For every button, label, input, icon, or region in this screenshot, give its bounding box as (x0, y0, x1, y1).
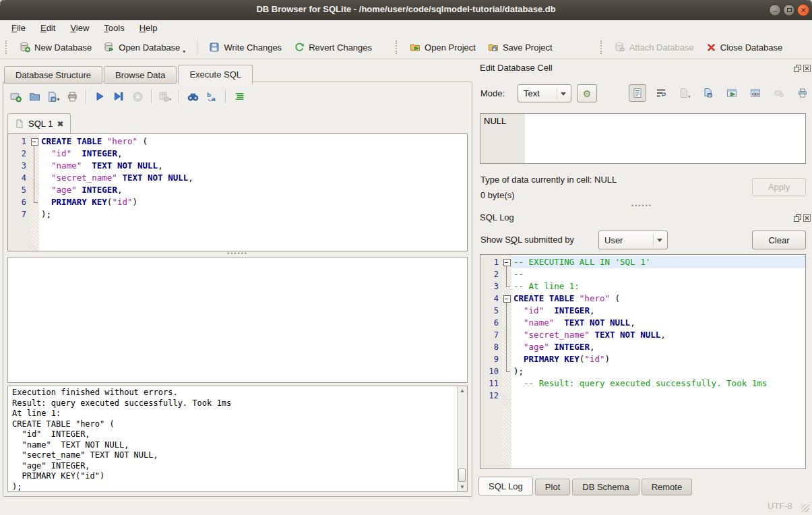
sql-editor[interactable]: 1CREATE TABLE "hero" (2 "id" INTEGER,3 "… (7, 133, 468, 251)
auto-apply-button[interactable]: ⚙ (577, 84, 597, 102)
stop-execution-icon[interactable] (129, 88, 146, 104)
splitter-handle[interactable]: •••••• (3, 252, 472, 255)
execute-current-line-icon[interactable] (111, 88, 127, 104)
clear-log-button[interactable]: Clear (752, 231, 806, 249)
write-changes-button[interactable]: Write Changes (203, 38, 288, 57)
scroll-up-icon[interactable]: ▲ (458, 388, 467, 394)
text-view-icon[interactable] (629, 84, 646, 102)
word-wrap-icon[interactable] (652, 84, 670, 102)
execution-status-log[interactable]: Execution finished without errors.Result… (7, 386, 468, 492)
sql-log-filter-label: Show SQL submitted by (480, 235, 574, 245)
dock-tab-bar: SQL Log Plot DB Schema Remote (478, 477, 694, 495)
cell-mode-select[interactable]: Text (518, 84, 571, 102)
menu-item-tools[interactable]: Tools (98, 22, 130, 34)
query-results-pane[interactable] (7, 257, 468, 383)
close-sql-tab-icon[interactable]: ✖ (57, 119, 63, 129)
apply-button[interactable]: Apply (752, 178, 806, 196)
tab-browse-data[interactable]: Browse Data (104, 66, 177, 84)
export-cell-data-icon[interactable] (699, 84, 717, 102)
titlebar[interactable]: DB Browser for SQLite - /home/user/code/… (0, 0, 812, 20)
toolbar-grip[interactable] (600, 40, 603, 54)
open-database-button[interactable]: Open Database ▾ (98, 38, 191, 57)
sql-editor-toolbar: ▾ ▾ ba (7, 87, 247, 106)
mode-label: Mode: (480, 88, 505, 98)
close-database-button[interactable]: Close Database (700, 38, 789, 57)
cell-type-info: Type of data currently in cell: NULL (480, 175, 617, 185)
save-results-icon[interactable]: ▾ (157, 88, 173, 104)
menu-item-file[interactable]: File (5, 22, 32, 34)
print-cell-icon[interactable] (794, 84, 811, 102)
sql-log-filter-value: User (604, 235, 623, 245)
cell-value: NULL (484, 116, 506, 126)
dock-tab-remote[interactable]: Remote (642, 479, 693, 495)
save-project-button[interactable]: Save Project (482, 38, 559, 57)
link-icon[interactable] (747, 84, 764, 102)
set-null-icon[interactable] (770, 84, 788, 102)
toolbar-separator (197, 40, 197, 55)
execution-status-text: Execution finished without errors.Result… (8, 388, 456, 492)
svg-text:b: b (207, 91, 211, 98)
revert-changes-button[interactable]: Revert Changes (288, 38, 378, 57)
sql-log-filter-select[interactable]: User (598, 231, 668, 249)
open-project-button[interactable]: Open Project (404, 38, 482, 57)
toolbar-grip[interactable] (5, 40, 8, 54)
scroll-down-icon[interactable]: ▼ (458, 484, 467, 490)
window-title: DB Browser for SQLite - /home/user/code/… (0, 4, 812, 14)
scrollbar[interactable]: ▲ ▼ (457, 386, 467, 491)
tab-database-structure[interactable]: Database Structure (4, 66, 102, 84)
dock-tab-db-schema[interactable]: DB Schema (572, 479, 639, 495)
gear-icon: ⚙ (583, 88, 592, 99)
app-window: DB Browser for SQLite - /home/user/code/… (0, 0, 812, 515)
database-new-icon (20, 42, 30, 53)
float-dock-icon[interactable] (793, 214, 801, 222)
sql-document-icon (15, 119, 24, 129)
scrollbar-thumb[interactable] (458, 468, 466, 482)
attach-database-button[interactable]: Attach Database (608, 38, 700, 57)
close-database-icon (706, 42, 716, 53)
dock-tab-plot[interactable]: Plot (535, 479, 570, 495)
open-sql-file-icon[interactable] (26, 88, 42, 104)
save-project-icon (488, 42, 499, 53)
menu-item-help[interactable]: Help (133, 22, 164, 34)
import-cell-data-icon[interactable]: ▾ (676, 84, 693, 102)
close-icon[interactable]: ✕ (797, 4, 809, 16)
svg-text:a: a (211, 95, 215, 102)
sql-document-tab[interactable]: SQL 1 ✖ (7, 113, 71, 133)
main-tab-bar: Database Structure Browse Data Execute S… (4, 64, 254, 84)
tab-execute-sql[interactable]: Execute SQL (178, 65, 253, 84)
database-open-icon (104, 42, 115, 53)
maximize-icon[interactable] (783, 4, 795, 16)
open-project-icon (410, 42, 420, 53)
toolbar-grip[interactable] (396, 40, 398, 54)
new-database-button[interactable]: New Database (13, 38, 98, 57)
format-sql-icon[interactable] (231, 88, 247, 104)
sql-log-view[interactable]: 1-- EXECUTING ALL IN 'SQL 1'2--3-- At li… (480, 254, 806, 469)
cell-editor-toolbar: ▾ (629, 84, 811, 102)
close-dock-icon[interactable] (803, 214, 811, 222)
cell-mode-value: Text (524, 88, 540, 98)
chevron-down-icon[interactable]: ▾ (183, 49, 185, 55)
main-toolbar: New Database Open Database ▾ Write Chang… (0, 36, 812, 59)
find-replace-icon[interactable]: ba (204, 88, 220, 104)
sql-document-tab-label: SQL 1 (28, 119, 53, 129)
float-dock-icon[interactable] (793, 64, 801, 72)
menubar: File Edit View Tools Help (0, 20, 812, 36)
execute-all-icon[interactable] (92, 88, 108, 104)
open-in-external-app-icon[interactable] (723, 84, 741, 102)
cell-value-editor[interactable]: NULL (480, 113, 806, 164)
close-dock-icon[interactable] (803, 64, 811, 72)
revert-changes-icon (294, 42, 305, 53)
minimize-icon[interactable]: – (769, 4, 781, 16)
dock-tab-sql-log[interactable]: SQL Log (478, 477, 533, 495)
find-icon[interactable] (185, 88, 201, 104)
splitter-handle[interactable]: •••••• (472, 204, 812, 208)
encoding-indicator[interactable]: UTF-8 (768, 501, 792, 511)
save-sql-file-icon[interactable]: ▾ (45, 88, 61, 104)
sql-log-code: 1-- EXECUTING ALL IN 'SQL 1'2--3-- At li… (480, 255, 805, 402)
menu-item-edit[interactable]: Edit (34, 22, 61, 34)
resize-grip[interactable] (801, 504, 809, 512)
menu-item-view[interactable]: View (64, 22, 95, 34)
attach-database-icon (615, 42, 625, 53)
print-sql-icon[interactable] (64, 88, 80, 104)
new-sql-tab-icon[interactable] (7, 88, 24, 104)
